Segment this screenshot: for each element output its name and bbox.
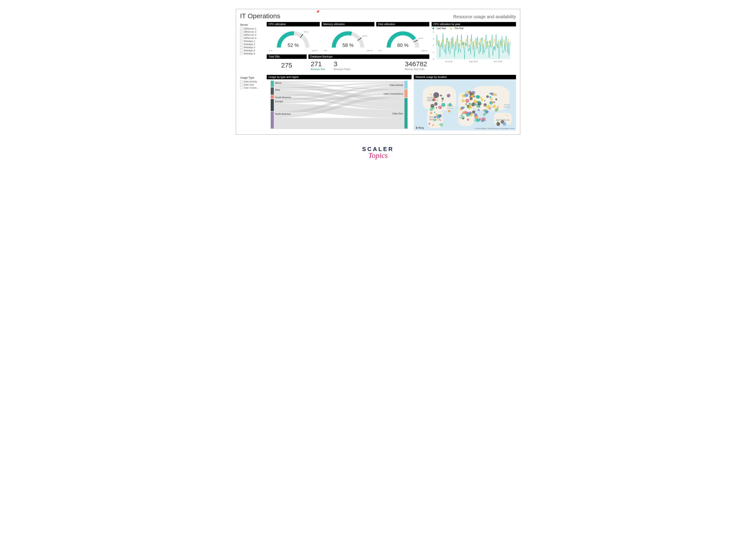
gauge-range: 0 % 100 % <box>323 50 373 52</box>
kpi-backups-run: 271 Backups Run <box>311 60 325 71</box>
gauge-range: 0 % 100 % <box>378 50 427 52</box>
panel-header: Total DBs <box>267 54 307 59</box>
map-chart[interactable]: Network usage by location NORTHAMERICASO… <box>414 75 516 131</box>
kpi-backups-failed: 3 Backups Failed <box>331 60 350 71</box>
pin-icon[interactable]: 📌 <box>316 10 320 13</box>
panel-header: Usage by type and region <box>267 75 412 79</box>
panel-header: CPU utilization by year <box>432 22 516 27</box>
slicer-option[interactable]: WebApp-2 <box>240 43 264 45</box>
gauge-memory[interactable]: Memory utilization 58 % 0 % 100 % 80 % <box>321 22 375 53</box>
dashboard-frame: 📌 IT Operations Resource usage and avail… <box>236 9 520 134</box>
checkbox-icon[interactable] <box>240 83 243 86</box>
svg-rect-9 <box>271 87 274 95</box>
map-attribution: © 2018 HERE,© 2018 Microsoft Corporation… <box>474 128 515 130</box>
svg-rect-15 <box>404 98 408 129</box>
svg-text:North America: North America <box>275 113 291 115</box>
svg-text:2: 2 <box>433 51 434 53</box>
gauge-value: 52 % <box>288 42 299 48</box>
middle-column: CPU utilization 52 % 0 % 100 % 70 % Memo… <box>267 22 429 72</box>
slicer-option[interactable]: WebApp-4 <box>240 49 264 52</box>
gauge-value: 58 % <box>342 42 354 48</box>
panel-header: CPU utilization <box>267 22 320 27</box>
slicer-option[interactable]: DBServer-4 <box>240 37 264 39</box>
svg-rect-12 <box>271 112 274 129</box>
gauge-range: 0 % 100 % <box>269 50 318 52</box>
svg-rect-8 <box>271 81 274 87</box>
svg-text:0: 0 <box>433 58 434 60</box>
slicer-option[interactable]: Data Activity <box>240 80 264 83</box>
slicer-option[interactable]: DBServer-3 <box>240 33 264 36</box>
slicer-option[interactable]: WebApp-1 <box>240 40 264 42</box>
checkbox-icon[interactable] <box>240 49 243 52</box>
svg-text:Jul 2015: Jul 2015 <box>445 60 452 63</box>
gauge-disk[interactable]: Disk utilization 80 % 0 % 100 % 80 % <box>376 22 429 53</box>
top-row: Server DBServer-1DBServer-2DBServer-3DBS… <box>240 22 516 72</box>
checkbox-icon[interactable] <box>240 27 243 30</box>
page-title: IT Operations <box>240 12 280 20</box>
bing-logo: Bing <box>416 127 424 129</box>
checkbox-icon[interactable] <box>240 31 243 33</box>
svg-rect-13 <box>404 81 408 89</box>
page-root: 📌 IT Operations Resource usage and avail… <box>236 9 520 160</box>
slicer-option[interactable]: DBServer-2 <box>240 30 264 33</box>
slicer-option[interactable]: WebApp-3 <box>240 46 264 49</box>
checkbox-icon[interactable] <box>240 81 243 83</box>
svg-rect-11 <box>271 99 274 111</box>
kpi-total-dbs[interactable]: Total DBs 275 <box>267 54 307 72</box>
map-canvas[interactable]: NORTHAMERICASOUTHAMERICAAFRICAASIAAUSTRA… <box>414 79 516 131</box>
checkbox-icon[interactable] <box>240 46 243 49</box>
slicer-title: Usage Type <box>240 76 264 79</box>
cpu-by-year-chart[interactable]: CPU utilization by year Last Year This Y… <box>432 22 516 72</box>
svg-text:Sep 2015: Sep 2015 <box>469 60 478 63</box>
checkbox-icon[interactable] <box>240 37 243 39</box>
panel-header: Network usage by location <box>414 75 516 79</box>
checkbox-icon[interactable] <box>240 87 243 89</box>
panel-header: Disk utilization <box>376 22 429 27</box>
svg-text:4: 4 <box>433 44 434 47</box>
svg-text:Data Activity: Data Activity <box>389 84 403 86</box>
chart-legend: Last Year This Year <box>432 27 516 30</box>
brand-logo: SCALER Topics <box>236 146 520 160</box>
svg-text:Nov 2015: Nov 2015 <box>494 60 502 63</box>
gauge-value: 80 % <box>397 42 408 48</box>
kpi-row: Total DBs 275 Database Backups 271 <box>267 54 429 72</box>
svg-text:South America: South America <box>275 96 291 99</box>
kpi-value: 275 <box>269 62 305 69</box>
slicer-option[interactable]: WebApp-5 <box>240 52 264 55</box>
svg-text:Asia: Asia <box>275 88 280 91</box>
svg-text:Africa: Africa <box>275 81 282 84</box>
svg-text:Europe: Europe <box>275 100 283 103</box>
sankey-chart[interactable]: Usage by type and region AfricaAsiaSouth… <box>267 75 412 131</box>
gauge-cpu[interactable]: CPU utilization 52 % 0 % 100 % 70 % <box>267 22 320 53</box>
sankey-canvas: AfricaAsiaSouth AmericaEuropeNorth Ameri… <box>267 79 412 131</box>
checkbox-icon[interactable] <box>240 52 243 55</box>
svg-rect-10 <box>271 95 274 98</box>
server-slicer: Server DBServer-1DBServer-2DBServer-3DBS… <box>240 22 264 72</box>
usage-slicer: Usage Type Data ActivityData SizeUser Co… <box>240 75 264 131</box>
slicer-option[interactable]: DBServer-1 <box>240 27 264 30</box>
svg-rect-14 <box>404 89 408 97</box>
svg-text:Data Size: Data Size <box>392 112 403 115</box>
checkbox-icon[interactable] <box>240 43 243 45</box>
svg-text:6: 6 <box>433 37 434 40</box>
slicer-option[interactable]: Data Size <box>240 83 264 86</box>
gauge-target-label: 70 % <box>304 31 308 33</box>
gauges-row: CPU utilization 52 % 0 % 100 % 70 % Memo… <box>267 22 429 53</box>
header: IT Operations Resource usage and availab… <box>240 12 516 20</box>
page-subtitle: Resource usage and availability <box>453 14 516 19</box>
checkbox-icon[interactable] <box>240 34 243 36</box>
panel-header: Database Backups <box>309 54 429 59</box>
map-terms-link[interactable]: Terms <box>510 128 515 130</box>
gauge-target-label: 80 % <box>363 35 367 37</box>
svg-text:8: 8 <box>433 31 434 33</box>
slicer-option[interactable]: User Conne... <box>240 86 264 89</box>
panel-header: Memory utilization <box>321 22 375 27</box>
gauge-target-label: 80 % <box>419 37 423 39</box>
checkbox-icon[interactable] <box>240 40 243 42</box>
kpi-backups[interactable]: Database Backups 271 Backups Run 3 Backu… <box>309 54 429 72</box>
slicer-title: Server <box>240 23 264 27</box>
svg-text:User Connections: User Connections <box>384 92 403 95</box>
line-chart-canvas: 02468Jul 2015Sep 2015Nov 2015 <box>432 30 516 72</box>
brand-bottom: Topics <box>236 151 520 160</box>
kpi-backups-size: 346782 Backup Size (GB) <box>403 60 427 71</box>
